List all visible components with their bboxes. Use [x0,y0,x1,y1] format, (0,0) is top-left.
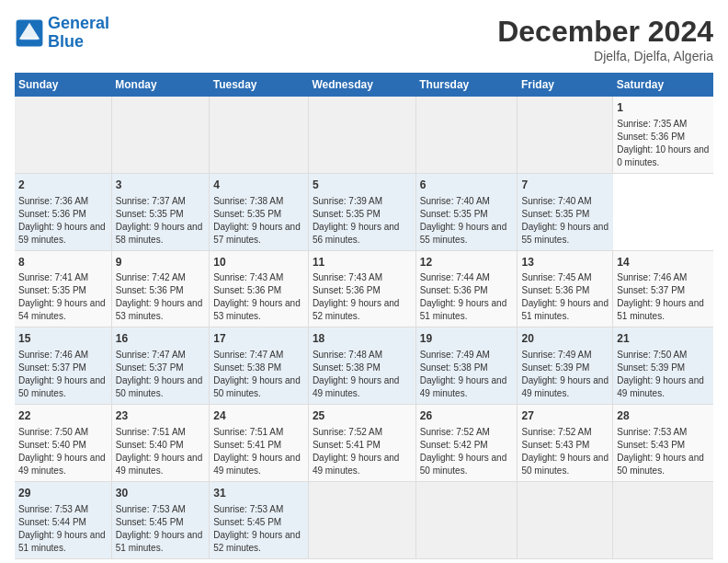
day-cell-30: 30Sunrise: 7:53 AMSunset: 5:45 PMDayligh… [111,481,209,558]
empty-cell [111,97,209,173]
day-cell-20: 20Sunrise: 7:49 AMSunset: 5:39 PMDayligh… [518,327,613,405]
day-cell-14: 14Sunrise: 7:46 AMSunset: 5:37 PMDayligh… [613,250,713,327]
day-cell-28: 28Sunrise: 7:53 AMSunset: 5:43 PMDayligh… [613,405,713,482]
calendar-week-1: 1Sunrise: 7:35 AMSunset: 5:36 PMDaylight… [15,97,713,173]
page-header: General Blue December 2024 Djelfa, Djelf… [15,15,713,63]
day-cell-4: 4Sunrise: 7:38 AMSunset: 5:35 PMDaylight… [210,173,309,250]
day-cell-26: 26Sunrise: 7:52 AMSunset: 5:42 PMDayligh… [415,405,518,482]
empty-cell [415,97,518,173]
header-tuesday: Tuesday [210,73,309,97]
header-saturday: Saturday [613,73,713,97]
calendar-week-6: 29Sunrise: 7:53 AMSunset: 5:44 PMDayligh… [15,481,713,558]
empty-cell [308,97,415,173]
day-cell-29: 29Sunrise: 7:53 AMSunset: 5:44 PMDayligh… [15,481,111,558]
calendar-header-row: SundayMondayTuesdayWednesdayThursdayFrid… [15,73,713,97]
header-sunday: Sunday [15,73,111,97]
header-monday: Monday [111,73,209,97]
day-cell-9: 9Sunrise: 7:42 AMSunset: 5:36 PMDaylight… [111,250,209,327]
title-area: December 2024 Djelfa, Djelfa, Algeria [497,15,713,63]
day-cell-2: 2Sunrise: 7:36 AMSunset: 5:36 PMDaylight… [15,173,111,250]
day-cell-16: 16Sunrise: 7:47 AMSunset: 5:37 PMDayligh… [111,327,209,405]
calendar-week-4: 15Sunrise: 7:46 AMSunset: 5:37 PMDayligh… [15,327,713,405]
header-wednesday: Wednesday [308,73,415,97]
logo-text: General Blue [48,15,109,52]
empty-cell [415,481,518,558]
empty-cell [518,97,613,173]
calendar-week-2: 2Sunrise: 7:36 AMSunset: 5:36 PMDaylight… [15,173,713,250]
day-cell-31: 31Sunrise: 7:53 AMSunset: 5:45 PMDayligh… [210,481,309,558]
empty-cell [210,97,309,173]
page-title: December 2024 [497,15,713,49]
svg-rect-2 [20,38,38,40]
day-cell-7: 7Sunrise: 7:40 AMSunset: 5:35 PMDaylight… [518,173,613,250]
page-subtitle: Djelfa, Djelfa, Algeria [497,49,713,63]
day-cell-11: 11Sunrise: 7:43 AMSunset: 5:36 PMDayligh… [308,250,415,327]
day-cell-19: 19Sunrise: 7:49 AMSunset: 5:38 PMDayligh… [415,327,518,405]
logo: General Blue [15,15,109,52]
day-cell-13: 13Sunrise: 7:45 AMSunset: 5:36 PMDayligh… [518,250,613,327]
day-cell-23: 23Sunrise: 7:51 AMSunset: 5:40 PMDayligh… [111,405,209,482]
day-cell-1: 1Sunrise: 7:35 AMSunset: 5:36 PMDaylight… [613,97,713,173]
calendar-table: SundayMondayTuesdayWednesdayThursdayFrid… [15,73,713,559]
day-cell-8: 8Sunrise: 7:41 AMSunset: 5:35 PMDaylight… [15,250,111,327]
day-cell-22: 22Sunrise: 7:50 AMSunset: 5:40 PMDayligh… [15,405,111,482]
empty-cell [15,97,111,173]
day-cell-10: 10Sunrise: 7:43 AMSunset: 5:36 PMDayligh… [210,250,309,327]
day-cell-25: 25Sunrise: 7:52 AMSunset: 5:41 PMDayligh… [308,405,415,482]
empty-cell [308,481,415,558]
calendar-week-5: 22Sunrise: 7:50 AMSunset: 5:40 PMDayligh… [15,405,713,482]
calendar-week-3: 8Sunrise: 7:41 AMSunset: 5:35 PMDaylight… [15,250,713,327]
day-cell-17: 17Sunrise: 7:47 AMSunset: 5:38 PMDayligh… [210,327,309,405]
day-cell-18: 18Sunrise: 7:48 AMSunset: 5:38 PMDayligh… [308,327,415,405]
day-cell-27: 27Sunrise: 7:52 AMSunset: 5:43 PMDayligh… [518,405,613,482]
empty-cell [613,481,713,558]
day-cell-24: 24Sunrise: 7:51 AMSunset: 5:41 PMDayligh… [210,405,309,482]
empty-cell [518,481,613,558]
day-cell-3: 3Sunrise: 7:37 AMSunset: 5:35 PMDaylight… [111,173,209,250]
header-friday: Friday [518,73,613,97]
header-thursday: Thursday [415,73,518,97]
day-cell-15: 15Sunrise: 7:46 AMSunset: 5:37 PMDayligh… [15,327,111,405]
day-cell-6: 6Sunrise: 7:40 AMSunset: 5:35 PMDaylight… [415,173,518,250]
day-cell-21: 21Sunrise: 7:50 AMSunset: 5:39 PMDayligh… [613,327,713,405]
day-cell-12: 12Sunrise: 7:44 AMSunset: 5:36 PMDayligh… [415,250,518,327]
day-cell-5: 5Sunrise: 7:39 AMSunset: 5:35 PMDaylight… [308,173,415,250]
logo-icon [15,18,44,48]
